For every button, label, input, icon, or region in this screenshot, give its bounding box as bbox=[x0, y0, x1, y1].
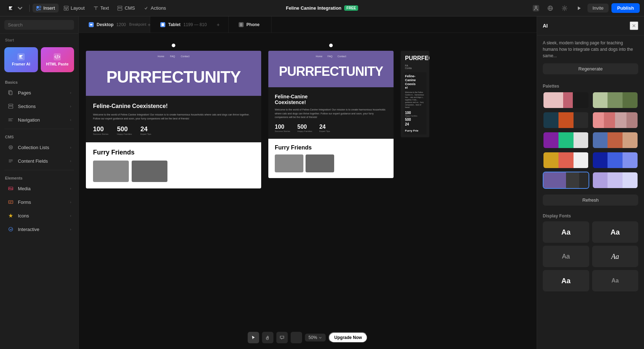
hand-tool[interactable] bbox=[262, 332, 273, 343]
palette-6[interactable] bbox=[592, 132, 639, 149]
layout-button[interactable]: Layout bbox=[60, 4, 88, 13]
palettes-section-title: Palettes bbox=[537, 80, 644, 92]
invite-button[interactable]: Invite bbox=[587, 4, 609, 13]
content-tablet: Feline-CanineCoexistence! Welcome to the… bbox=[268, 87, 394, 139]
furry-img-tablet-1 bbox=[275, 154, 303, 172]
user-avatar-icon bbox=[533, 5, 539, 11]
canvas-content[interactable]: Home FAQ Contact PURRFECTUNITY Feline-Ca… bbox=[79, 33, 537, 349]
desktop-preview: Home FAQ Contact PURRFECTUNITY Feline-Ca… bbox=[86, 51, 261, 188]
sidebar-item-media[interactable]: Media › bbox=[2, 182, 76, 195]
font-card-4[interactable]: Aa bbox=[592, 246, 639, 267]
tablet-tab-label: Tablet bbox=[168, 22, 180, 27]
palette-3[interactable] bbox=[543, 112, 589, 129]
sidebar-item-navigation[interactable]: Navigation › bbox=[2, 113, 76, 126]
font-card-5[interactable]: Aa bbox=[543, 270, 589, 291]
zoom-control[interactable]: 50% bbox=[305, 334, 326, 341]
basics-label: Basics bbox=[0, 77, 78, 86]
actions-button[interactable]: Actions bbox=[140, 4, 170, 13]
stat-2-desktop: 500 Happy Families bbox=[117, 126, 132, 135]
content-body-desktop: Welcome to the world of Feline-Canine In… bbox=[93, 113, 254, 121]
palette-1[interactable] bbox=[543, 92, 589, 109]
desktop-dot bbox=[172, 44, 175, 47]
svg-point-20 bbox=[10, 147, 11, 148]
sidebar-item-interactive[interactable]: Interactive › bbox=[2, 223, 76, 236]
upgrade-button[interactable]: Upgrade Now bbox=[328, 332, 367, 343]
font-card-1[interactable]: Aa bbox=[543, 221, 589, 243]
font-card-6[interactable]: Aa bbox=[592, 270, 639, 291]
tablet-tab[interactable]: Tablet 1199 — 810 + bbox=[150, 16, 229, 33]
font-card-3[interactable]: Aa bbox=[543, 246, 589, 267]
phone-tab-label: Phone bbox=[247, 22, 260, 27]
tablet-preview: Home FAQ Contact PURRFECTUNITY Feline-Ca… bbox=[268, 51, 394, 178]
ai-close-button[interactable]: ✕ bbox=[630, 21, 638, 30]
palette-7[interactable] bbox=[543, 152, 589, 169]
sidebar-item-forms[interactable]: Forms › bbox=[2, 196, 76, 208]
start-section-label: Start bbox=[0, 34, 78, 44]
desktop-tab-size: 1200 bbox=[116, 22, 126, 27]
ai-prompt-text: A sleek, modern landing page for teachin… bbox=[537, 35, 644, 63]
canvas: Desktop 1200 Breakpoint + Tablet 1199 — … bbox=[79, 16, 537, 349]
avatar-button[interactable] bbox=[530, 3, 542, 14]
palette-4[interactable] bbox=[592, 112, 639, 129]
play-icon bbox=[576, 5, 582, 11]
sidebar-item-collection-lists[interactable]: Collection Lists › bbox=[2, 141, 76, 154]
toolbar-divider bbox=[29, 5, 30, 12]
content-body-tablet: Welcome to the world of Feline-Canine In… bbox=[275, 108, 387, 119]
sidebar-item-pages[interactable]: Pages › bbox=[2, 86, 76, 99]
regenerate-button[interactable]: Regenerate bbox=[543, 63, 638, 74]
toolbar: Insert Layout Text CMS Actions Feline Ca… bbox=[0, 0, 644, 16]
palette-10[interactable] bbox=[592, 172, 639, 189]
play-button[interactable] bbox=[573, 3, 585, 14]
hero-title-tablet: PURRFECTUNITY bbox=[279, 65, 383, 78]
chevron-right-icon: › bbox=[70, 118, 71, 122]
framer-ai-card[interactable]: Framer AI bbox=[4, 47, 38, 72]
nav-home: Home bbox=[158, 55, 165, 58]
desktop-tab[interactable]: Desktop 1200 Breakpoint + bbox=[79, 16, 150, 33]
content-desktop: Feline-Canine Coexistence! Welcome to th… bbox=[86, 96, 261, 142]
sidebar-item-icons[interactable]: Icons › bbox=[2, 209, 76, 222]
search-input[interactable] bbox=[4, 20, 74, 30]
phone-preview: PURRFEC FA Conta Feline-CanineCoexise! W… bbox=[401, 51, 429, 137]
settings-button[interactable] bbox=[559, 3, 570, 14]
framer-logo-button[interactable] bbox=[4, 3, 26, 13]
phone-tab[interactable]: Phone bbox=[229, 16, 272, 33]
svg-rect-18 bbox=[9, 106, 13, 108]
html-paste-card[interactable]: HTML Paste bbox=[41, 47, 74, 72]
desktop-preview-frame: Home FAQ Contact PURRFECTUNITY Feline-Ca… bbox=[86, 40, 261, 342]
dark-mode-toggle[interactable] bbox=[291, 332, 302, 343]
html-paste-label: HTML Paste bbox=[46, 62, 69, 66]
insert-button[interactable]: Insert bbox=[33, 4, 59, 13]
furry-img-tablet-2 bbox=[306, 154, 334, 172]
cms-label: CMS bbox=[0, 131, 78, 141]
stats-tablet: 100 Success Stories 500 Happy Families 2… bbox=[275, 124, 387, 132]
select-tool[interactable] bbox=[248, 332, 259, 343]
publish-button[interactable]: Publish bbox=[611, 3, 640, 13]
desktop-tab-label: Desktop bbox=[97, 22, 113, 27]
sidebar-item-sections[interactable]: Sections › bbox=[2, 100, 76, 113]
ai-panel-header: AI ✕ bbox=[537, 16, 644, 35]
hero-title-desktop: PURRFECTUNITY bbox=[106, 69, 240, 85]
palette-8[interactable] bbox=[592, 152, 639, 169]
palette-2[interactable] bbox=[592, 92, 639, 109]
nav-desktop: Home FAQ Contact bbox=[86, 55, 261, 58]
breakpoint-add-button[interactable]: Breakpoint + bbox=[136, 20, 144, 29]
pages-icon bbox=[7, 89, 14, 96]
comment-tool[interactable] bbox=[276, 332, 288, 343]
globe-icon-button[interactable] bbox=[545, 3, 556, 14]
content-title-desktop: Feline-Canine Coexistence! bbox=[93, 103, 254, 109]
font-card-2[interactable]: Aa bbox=[592, 221, 639, 243]
main-layout: Start Framer AI HTML Paste Basics bbox=[0, 16, 644, 349]
page-title: Feline Canine Integration bbox=[286, 5, 341, 11]
svg-rect-26 bbox=[240, 23, 242, 26]
text-button[interactable]: Text bbox=[90, 4, 113, 13]
refresh-button[interactable]: Refresh bbox=[543, 195, 638, 206]
hero-tablet: Home FAQ Contact PURRFECTUNITY bbox=[268, 51, 394, 87]
breakpoint-tabs-bar: Desktop 1200 Breakpoint + Tablet 1199 — … bbox=[79, 16, 537, 33]
sidebar-item-content-fields[interactable]: Content Fields › bbox=[2, 154, 76, 167]
palette-5[interactable] bbox=[543, 132, 589, 149]
tablet-breakpoint-add[interactable]: + bbox=[214, 20, 223, 29]
stat-2-tablet: 500 Happy Families bbox=[297, 124, 312, 132]
palette-9-selected[interactable] bbox=[543, 172, 589, 189]
cms-button[interactable]: CMS bbox=[114, 4, 138, 13]
starter-cards: Framer AI HTML Paste bbox=[0, 44, 78, 77]
